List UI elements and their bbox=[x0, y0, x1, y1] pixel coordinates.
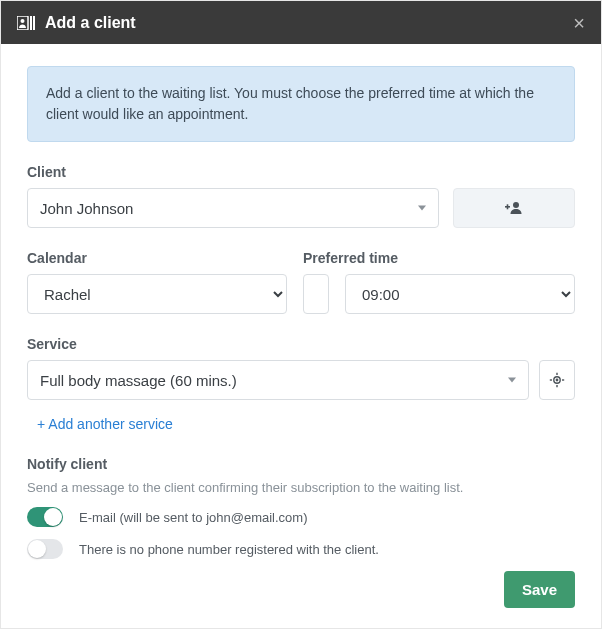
modal-header: Add a client × bbox=[1, 1, 601, 44]
sms-toggle bbox=[27, 539, 63, 559]
service-settings-button[interactable] bbox=[539, 360, 575, 400]
calendar-select[interactable]: Rachel bbox=[27, 274, 287, 314]
svg-point-5 bbox=[513, 202, 519, 208]
preferred-time-select[interactable]: 09:00 bbox=[345, 274, 575, 314]
service-label: Service bbox=[27, 336, 575, 352]
close-icon[interactable]: × bbox=[573, 13, 585, 33]
add-client-modal: Add a client × Add a client to the waiti… bbox=[0, 0, 602, 629]
svg-rect-2 bbox=[30, 16, 32, 30]
sms-toggle-label: There is no phone number registered with… bbox=[79, 542, 379, 557]
calendar-label: Calendar bbox=[27, 250, 287, 266]
service-select[interactable]: Full body massage (60 mins.) bbox=[27, 360, 529, 400]
svg-point-4 bbox=[21, 19, 25, 23]
preferred-date-input[interactable] bbox=[303, 274, 329, 314]
save-button[interactable]: Save bbox=[504, 571, 575, 608]
client-select[interactable]: John Johnson bbox=[27, 188, 439, 228]
notify-label: Notify client bbox=[27, 456, 575, 472]
client-label: Client bbox=[27, 164, 439, 180]
modal-title: Add a client bbox=[45, 14, 136, 32]
preferred-time-label: Preferred time bbox=[303, 250, 575, 266]
client-card-icon bbox=[17, 16, 35, 30]
add-client-button[interactable] bbox=[453, 188, 575, 228]
notify-sub: Send a message to the client confirming … bbox=[27, 480, 575, 495]
client-select-value: John Johnson bbox=[40, 200, 133, 217]
svg-rect-7 bbox=[507, 204, 509, 209]
svg-point-9 bbox=[556, 379, 559, 382]
gear-eye-icon bbox=[549, 372, 565, 388]
add-service-link[interactable]: + Add another service bbox=[27, 408, 575, 438]
add-person-icon bbox=[505, 201, 523, 215]
email-toggle-label: E-mail (will be sent to john@email.com) bbox=[79, 510, 308, 525]
email-toggle[interactable] bbox=[27, 507, 63, 527]
info-box: Add a client to the waiting list. You mu… bbox=[27, 66, 575, 142]
svg-rect-3 bbox=[33, 16, 35, 30]
service-select-value: Full body massage (60 mins.) bbox=[40, 372, 237, 389]
